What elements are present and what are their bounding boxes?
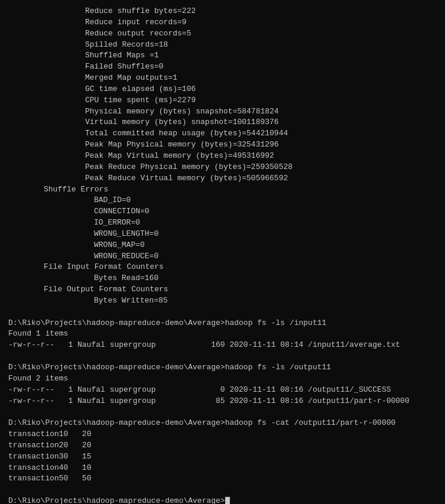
line-peak-reduce-virt: Peak Reduce Virtual memory (bytes)=50596… <box>8 173 437 184</box>
line-reduce-shuffle: Reduce shuffle bytes=222 <box>8 6 437 17</box>
line-spilled: Spilled Records=18 <box>8 40 437 51</box>
line-input11-file: -rw-r--r-- 1 Naufal supergroup 160 2020-… <box>8 340 437 351</box>
line-found-2-items: Found 2 items <box>8 373 437 385</box>
terminal-window: Reduce shuffle bytes=222 Reduce input re… <box>8 6 437 504</box>
line-transaction40: transaction40 10 <box>8 463 437 474</box>
blank-line-4 <box>8 485 437 496</box>
blank-line-2 <box>8 351 437 362</box>
line-transaction50: transaction50 50 <box>8 473 437 485</box>
line-transaction30: transaction30 15 <box>8 451 437 463</box>
line-shuffle-errors-header: Shuffle Errors <box>8 184 437 196</box>
line-transaction10: transaction10 20 <box>8 429 437 440</box>
line-file-input-header: File Input Format Counters <box>8 262 437 273</box>
final-prompt-text: D:\Riko\Projects\hadoop-mapreduce-demo\A… <box>8 496 225 504</box>
line-transaction20: transaction20 20 <box>8 440 437 451</box>
line-file-output-header: File Output Format Counters <box>8 284 437 295</box>
line-connection: CONNECTION=0 <box>8 206 437 217</box>
line-bytes-written: Bytes Written=85 <box>8 295 437 307</box>
prompt-cat-output11: D:\Riko\Projects\hadoop-mapreduce-demo\A… <box>8 418 437 429</box>
final-prompt-line: D:\Riko\Projects\hadoop-mapreduce-demo\A… <box>8 496 437 504</box>
line-peak-map-phys: Peak Map Physical memory (bytes)=3254312… <box>8 139 437 151</box>
line-wrong-length: WRONG_LENGTH=0 <box>8 229 437 240</box>
line-reduce-input: Reduce input records=9 <box>8 17 437 28</box>
line-bytes-read: Bytes Read=160 <box>8 273 437 284</box>
cursor-block <box>225 497 230 504</box>
prompt-ls-output11: D:\Riko\Projects\hadoop-mapreduce-demo\A… <box>8 362 437 373</box>
line-gc-time: GC time elapsed (ms)=106 <box>8 84 437 95</box>
line-output11-part: -rw-r--r-- 1 Naufal supergroup 85 2020-1… <box>8 396 437 407</box>
line-total-heap: Total committed heap usage (bytes)=54421… <box>8 128 437 139</box>
line-merged-map: Merged Map outputs=1 <box>8 73 437 84</box>
line-wrong-map: WRONG_MAP=0 <box>8 240 437 251</box>
line-bad-id: BAD_ID=0 <box>8 195 437 206</box>
prompt-ls-input11: D:\Riko\Projects\hadoop-mapreduce-demo\A… <box>8 318 437 329</box>
line-shuffled-maps: Shuffled Maps =1 <box>8 50 437 61</box>
line-reduce-output: Reduce output records=5 <box>8 28 437 40</box>
line-found-1-items: Found 1 items <box>8 329 437 340</box>
line-virtual-mem: Virtual memory (bytes) snapshot=10011893… <box>8 117 437 128</box>
line-cpu-time: CPU time spent (ms)=2279 <box>8 95 437 106</box>
line-io-error: IO_ERROR=0 <box>8 217 437 229</box>
line-peak-map-virt: Peak Map Virtual memory (bytes)=49531699… <box>8 151 437 162</box>
blank-line-1 <box>8 307 437 318</box>
line-failed-shuffles: Failed Shuffles=0 <box>8 61 437 73</box>
line-wrong-reduce: WRONG_REDUCE=0 <box>8 251 437 262</box>
line-peak-reduce-phys: Peak Reduce Physical memory (bytes)=2593… <box>8 162 437 173</box>
line-physical-mem: Physical memory (bytes) snapshot=5847818… <box>8 106 437 118</box>
blank-line-3 <box>8 407 437 418</box>
line-output11-success: -rw-r--r-- 1 Naufal supergroup 0 2020-11… <box>8 385 437 396</box>
